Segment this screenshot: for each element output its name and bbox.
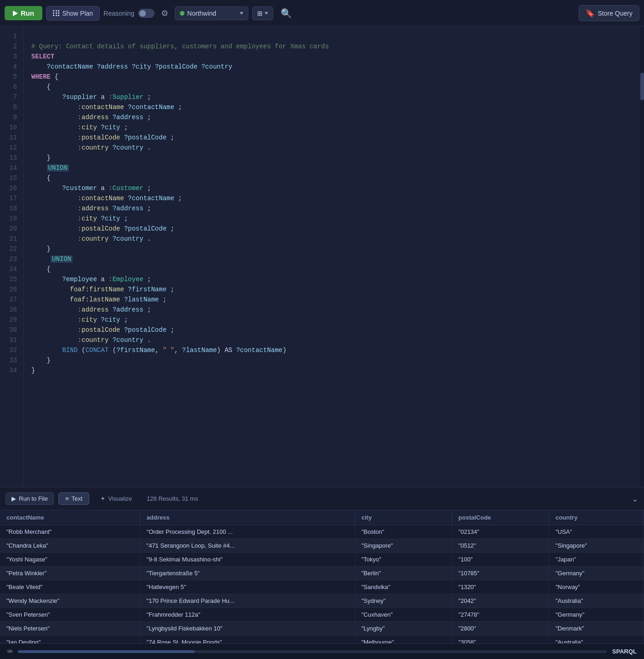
token: a: [97, 93, 109, 101]
token: {: [51, 73, 58, 81]
code-line: :postalCode ?postalCode ;: [31, 325, 637, 335]
table-header: city: [355, 510, 452, 525]
token: ,: [174, 347, 182, 354]
token: postalCode: [81, 134, 120, 141]
table-cell: "Frahmredder 112a": [140, 608, 355, 622]
run-button[interactable]: Run: [5, 6, 42, 20]
layers-button[interactable]: ⊞: [252, 6, 273, 20]
token: [120, 134, 124, 141]
table-cell: "Niels Petersen": [0, 622, 140, 636]
table-header: address: [140, 510, 355, 525]
text-icon: ≡: [65, 495, 69, 502]
run-to-file-icon: ▶: [12, 495, 16, 502]
table-cell: "Berlin": [355, 567, 452, 580]
table-cell: "9-8 Sekimai Musashino-shi": [140, 553, 355, 567]
table-cell: "Sandvika": [355, 580, 452, 594]
token: ?country: [112, 235, 143, 243]
token: ;: [174, 195, 182, 202]
token: ?lastName: [124, 296, 159, 303]
token: UNION: [51, 255, 73, 263]
editor-area: 1234567891011121314151617181920212223242…: [0, 27, 644, 487]
status-scrollbar[interactable]: [18, 650, 607, 653]
token: address: [81, 306, 109, 313]
table-cell: "Yoshi Nagase": [0, 553, 140, 567]
db-selector[interactable]: Northwind: [175, 6, 248, 20]
code-line: ?employee a :Employee ;: [31, 274, 637, 284]
token: ;: [167, 225, 174, 232]
table-cell: "Germany": [549, 608, 644, 622]
table-row: "Chandra Leka""471 Serangoon Loop, Suite…: [0, 539, 644, 553]
show-plan-button[interactable]: Show Plan: [46, 6, 100, 21]
code-line: {: [31, 173, 637, 183]
token: }: [31, 245, 51, 253]
token: ;: [120, 124, 128, 131]
settings-button[interactable]: ⚙: [158, 7, 171, 19]
editor-scroll-thumb[interactable]: [640, 73, 644, 100]
code-line: :address ?address ;: [31, 203, 637, 214]
token: ?supplier: [62, 93, 97, 101]
run-to-file-button[interactable]: ▶ Run to File: [6, 492, 54, 505]
token: ?address: [112, 306, 143, 313]
token: country: [81, 235, 109, 243]
tab-visualize[interactable]: ✦ Visualize: [94, 493, 138, 504]
token: ;: [144, 93, 151, 101]
token: UNION: [47, 164, 69, 172]
tab-text[interactable]: ≡ Text: [58, 492, 89, 505]
token: ?city: [101, 124, 120, 131]
token: [31, 63, 47, 70]
token: [120, 296, 124, 303]
status-bar: ⌨ SPARQL: [0, 643, 644, 659]
token: ?contactName: [236, 347, 282, 354]
token: }: [31, 154, 51, 162]
token: [31, 215, 78, 222]
token: [31, 124, 78, 131]
text-tab-label: Text: [71, 495, 82, 502]
code-line: :city ?city ;: [31, 315, 637, 325]
token: :: [78, 144, 81, 151]
token: city: [81, 124, 97, 131]
show-plan-label: Show Plan: [62, 10, 93, 17]
token: postalCode: [81, 326, 120, 334]
bookmark-icon: 🔖: [586, 9, 595, 17]
token: [151, 63, 155, 70]
token: ;: [174, 104, 182, 111]
editor-scrollbar[interactable]: [640, 27, 644, 487]
token: contactName: [81, 195, 124, 202]
token: [124, 286, 128, 293]
results-expand-button[interactable]: ⌄: [632, 494, 638, 504]
token: :: [78, 114, 81, 121]
reasoning-toggle[interactable]: [138, 9, 155, 18]
token: :: [78, 316, 81, 324]
grid-icon: [53, 10, 59, 17]
table-cell: "Beate Vileid": [0, 580, 140, 594]
store-query-button[interactable]: 🔖 Store Query: [579, 5, 639, 21]
token: ;: [120, 215, 128, 222]
token: ?contactName: [47, 63, 93, 70]
token: Employee: [112, 276, 143, 283]
token: ?country: [112, 336, 143, 344]
code-line: ?contactName ?address ?city ?postalCode …: [31, 62, 637, 72]
token: Customer: [112, 185, 143, 192]
status-scroll-thumb[interactable]: [18, 650, 195, 653]
results-table-wrapper[interactable]: contactNameaddresscitypostalCodecountry"…: [0, 510, 644, 643]
search-button[interactable]: 🔍: [277, 6, 296, 21]
token: {: [31, 266, 51, 273]
table-cell: "3058": [452, 636, 549, 644]
table-row: "Ian Devling""74 Rose St. Moonie Ponds""…: [0, 636, 644, 644]
token: ?address: [112, 114, 143, 121]
table-cell: "Melbourne": [355, 636, 452, 644]
table-cell: "Lyngbysild Fiskebakken 10": [140, 622, 355, 636]
token: ?postalCode: [124, 134, 167, 141]
code-line: }: [31, 153, 637, 163]
code-line: foaf:firstName ?firstName ;: [31, 284, 637, 295]
store-query-label: Store Query: [598, 10, 632, 17]
token: ?country: [112, 144, 143, 151]
token: [120, 225, 124, 232]
layers-icon: ⊞: [257, 10, 263, 17]
code-editor[interactable]: # Query: Contact details of suppliers, c…: [24, 27, 644, 487]
code-line: UNION: [31, 254, 637, 264]
sparql-label: SPARQL: [612, 648, 637, 655]
table-cell: "2800": [452, 622, 549, 636]
table-cell: "Order Processing Dept. 2100 ...: [140, 525, 355, 539]
token: [124, 104, 128, 111]
